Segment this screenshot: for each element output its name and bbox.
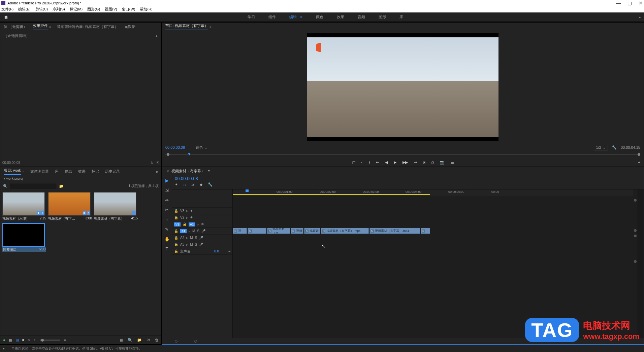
button-editor[interactable]: + — [638, 160, 640, 164]
write-enable-icon[interactable]: ● — [3, 338, 5, 342]
workspace-learn[interactable]: 学习 — [248, 14, 255, 20]
work-area-bar[interactable] — [233, 194, 430, 195]
comparison-view-button[interactable]: ☰ — [451, 160, 454, 165]
clip[interactable]: fx视频素材（有字幕）.mp4 — [369, 228, 420, 234]
delete-icon[interactable]: 🗑 — [155, 338, 159, 342]
timeline-timecode[interactable]: 00:00:00:08 — [175, 176, 644, 181]
tab-effect-controls[interactable]: 效果控件 — [33, 23, 48, 30]
extract-button[interactable]: ⎙ — [431, 160, 434, 164]
track-a1[interactable]: 🔒A1▹MS🎤 — [172, 228, 232, 235]
maximize-button[interactable]: ▢ — [627, 0, 632, 6]
workspace-audio[interactable]: 音频 — [358, 14, 365, 20]
menu-graphics[interactable]: 图形(G) — [87, 7, 100, 12]
lift-button[interactable]: ⎘ — [423, 160, 425, 164]
mark-out-button[interactable]: } — [369, 160, 370, 164]
track-a3[interactable]: 🔒A3▹MS🎤 — [172, 241, 232, 248]
bin-icon[interactable]: 📁 — [59, 184, 64, 188]
go-to-out-button[interactable]: ⇥ — [414, 160, 417, 165]
workspace-editing[interactable]: 编辑 — [289, 14, 297, 20]
menu-marker[interactable]: 标记(M) — [70, 7, 83, 12]
hand-tool[interactable]: ✋ — [164, 237, 170, 242]
freeform-view-icon[interactable]: ■ — [22, 338, 25, 342]
tab-history[interactable]: 历史记录 — [105, 169, 120, 174]
export-icon[interactable]: ⇱ — [157, 161, 159, 165]
tab-program[interactable]: 节目: 视频素材（有字幕） — [165, 23, 208, 30]
tab-media-browser[interactable]: 媒体浏览器 — [30, 169, 49, 174]
ripple-edit-tool[interactable]: ⇔ — [165, 198, 169, 203]
icon-view-icon[interactable]: ▤ — [15, 338, 19, 342]
list-view-icon[interactable]: ▦ — [9, 338, 12, 342]
workspace-graphics[interactable]: 图形 — [379, 14, 386, 20]
zoom-fit-dropdown[interactable]: 适合 ⌄ — [196, 145, 207, 150]
track-v2[interactable]: 🔒V2▹👁 — [172, 214, 232, 221]
step-back-button[interactable]: ◀ — [385, 160, 388, 165]
minimize-button[interactable]: — — [616, 0, 621, 6]
step-forward-button[interactable]: ▶▶ — [402, 160, 408, 165]
clip[interactable]: fx视频素材（有字幕）.mp4 — [321, 228, 369, 234]
tab-markers[interactable]: 标记 — [92, 169, 99, 174]
program-timecode[interactable]: 00:00:00:08 — [165, 145, 192, 149]
track-a2[interactable]: 🔒A2▹MS🎤 — [172, 235, 232, 241]
find-icon[interactable]: 🔍 — [128, 338, 132, 342]
timeline-track-area[interactable]: 00:00:01:00 00:00:02:00 00:00:03:00 00:0… — [233, 189, 633, 338]
workspace-more[interactable]: » — [639, 15, 641, 19]
program-scrubber[interactable]: ▼ — [165, 152, 640, 158]
menu-clip[interactable]: 剪辑(C) — [35, 7, 48, 12]
tab-close-icon[interactable]: × — [167, 169, 169, 173]
tab-effects[interactable]: 效果 — [78, 169, 86, 174]
tab-project[interactable]: 项目: work — [4, 168, 21, 175]
tab-metadata[interactable]: 元数据 — [124, 24, 135, 29]
sort-icon[interactable]: ≡ — [64, 338, 66, 342]
timeline-sequence-name[interactable]: 视频素材（有字幕） — [171, 169, 205, 174]
tab-audio-mixer[interactable]: 音频剪辑混合器: 视频素材（有字幕） — [57, 24, 118, 29]
resolution-dropdown[interactable]: 1/2 ⌄ — [594, 145, 608, 150]
expand-arrow-icon[interactable]: ▸ — [156, 34, 158, 38]
program-monitor[interactable] — [162, 31, 644, 143]
tab-libraries[interactable]: 库 — [55, 169, 59, 174]
add-marker-button[interactable]: 🏷 — [352, 160, 355, 164]
menu-help[interactable]: 帮助(H) — [140, 7, 152, 12]
workspace-assembly[interactable]: 组件 — [268, 14, 276, 20]
new-bin-icon[interactable]: 📁 — [137, 338, 142, 342]
linked-selection-icon[interactable]: ∩ — [183, 182, 186, 187]
menu-sequence[interactable]: 序列(S) — [53, 7, 65, 12]
automate-icon[interactable]: ▦ — [120, 338, 123, 342]
tab-source[interactable]: 源:（无剪辑） — [4, 24, 27, 29]
clip[interactable]: fx视频素材（水 — [267, 228, 290, 234]
snap-icon[interactable]: ✦ — [175, 182, 178, 187]
pen-tool[interactable]: ✎ — [165, 227, 169, 232]
menu-file[interactable]: 文件(F) — [1, 7, 13, 12]
clip[interactable]: fx — [248, 228, 266, 234]
track-select-tool[interactable]: ⇲ — [165, 188, 169, 193]
menu-view[interactable]: 视图(V) — [105, 7, 117, 12]
clip[interactable]: fx — [421, 228, 430, 234]
playhead[interactable] — [247, 189, 247, 338]
go-to-in-button[interactable]: ⇤ — [376, 160, 379, 165]
clip[interactable]: fx视频素 — [304, 228, 320, 234]
bin-item[interactable]: ≡ 视频素材（有字幕）4:15 — [94, 192, 138, 221]
slip-tool[interactable]: ↔ — [165, 217, 169, 222]
add-marker-icon[interactable]: ⇲ — [191, 182, 194, 187]
menu-edit[interactable]: 编辑(E) — [18, 7, 31, 12]
selection-tool[interactable]: ▶ — [165, 178, 169, 183]
bin-item-adjustment-layer[interactable]: 调整图层5:00 — [2, 223, 46, 252]
razor-tool[interactable]: ✂ — [165, 207, 169, 212]
workspace-libraries[interactable]: 库 — [399, 14, 403, 20]
type-tool[interactable]: T — [166, 246, 168, 251]
track-v1[interactable]: V1🔒V1▹👁 — [172, 221, 232, 228]
wrench-icon[interactable]: 🔧 — [612, 145, 617, 150]
bin-item[interactable]: ▶♪ 视频素材（水印）2:15 — [2, 192, 46, 221]
tab-info[interactable]: 信息 — [65, 169, 72, 174]
track-master[interactable]: 🔒主声道0.0⇥ — [172, 248, 232, 255]
thumbnail-size-slider[interactable] — [40, 340, 60, 341]
new-item-icon[interactable]: 🗂 — [147, 338, 150, 342]
workspace-effects[interactable]: 效果 — [337, 14, 344, 20]
clip[interactable]: fx视频 — [291, 228, 303, 234]
tabs-overflow[interactable]: » — [156, 170, 158, 174]
mark-in-button[interactable]: { — [361, 160, 363, 164]
menu-window[interactable]: 窗口(W) — [122, 7, 135, 12]
close-button[interactable]: ✕ — [639, 0, 643, 6]
time-ruler[interactable]: 00:00:01:00 00:00:02:00 00:00:03:00 00:0… — [233, 189, 633, 196]
timeline-settings-icon[interactable]: ◆ — [200, 182, 202, 187]
wrench-icon[interactable]: 🔧 — [208, 182, 213, 187]
